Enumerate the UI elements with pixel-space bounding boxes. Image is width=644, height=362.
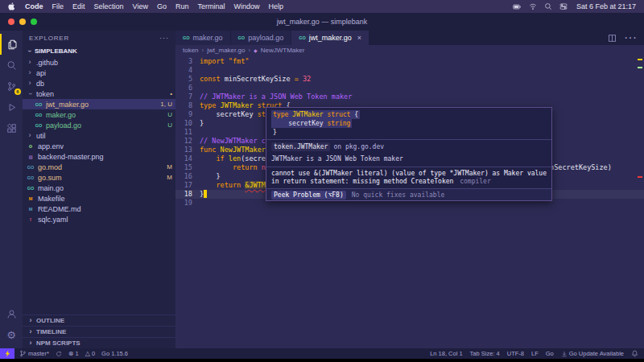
tree-item-sqlc-yaml[interactable]: !sqlc.yaml — [23, 214, 175, 224]
tree-item-main-go[interactable]: GOmain.go — [23, 183, 175, 193]
activity-account-icon[interactable] — [0, 303, 23, 324]
status-label: UTF-8 — [507, 350, 524, 357]
apple-menu-icon[interactable] — [8, 2, 16, 10]
hover-symbol-chip: token.JWTMaker — [271, 142, 330, 151]
git-badge: • — [167, 90, 172, 97]
code-line[interactable]: 4 — [175, 66, 644, 75]
wifi-icon[interactable] — [529, 2, 537, 10]
line-number: 12 — [175, 137, 200, 146]
tree-item-payload-go[interactable]: GOpayload.goU — [23, 120, 175, 130]
tab-payload-go[interactable]: GOpayload.go — [231, 31, 292, 45]
activity-source-control-icon[interactable]: 6 — [0, 76, 23, 97]
status-tab-size-4[interactable]: Tab Size: 4 — [470, 350, 500, 357]
code-line[interactable]: 3import "fmt" — [175, 57, 644, 66]
code-line[interactable]: 7// JWTMaker is a JSON Web Token maker — [175, 93, 644, 101]
status-download[interactable]: Go Update Available — [561, 350, 624, 357]
symbol-method-icon: ◆ — [254, 47, 258, 53]
split-editor-icon[interactable] — [608, 34, 617, 43]
status-go[interactable]: Go — [546, 350, 554, 357]
code-editor[interactable]: 3import "fmt"45const minSecretKeySize = … — [175, 56, 644, 348]
breadcrumb-item-token[interactable]: token — [183, 47, 199, 54]
line-number: 4 — [175, 66, 200, 75]
menu-item-help[interactable]: Help — [268, 2, 283, 10]
tree-item-jwt-maker-go[interactable]: GOjwt_maker.go1, U — [23, 99, 175, 109]
more-actions-icon[interactable]: ··· — [624, 31, 637, 45]
code-token: = — [295, 75, 303, 83]
menu-item-file[interactable]: File — [52, 2, 64, 10]
peek-problem-button[interactable]: Peek Problem (⌥F8) — [271, 191, 346, 200]
menu-item-view[interactable]: View — [133, 2, 148, 10]
close-tab-icon[interactable]: × — [357, 34, 361, 42]
tree-item-makefile[interactable]: MMakefile — [23, 193, 175, 204]
overview-ruler[interactable] — [637, 56, 644, 348]
menu-clock[interactable]: Sat 6 Feb at 21:17 — [576, 2, 636, 10]
status-go-1-15-6[interactable]: Go 1.15.6 — [101, 350, 128, 357]
status-bell[interactable] — [631, 350, 638, 357]
menu-item-selection[interactable]: Selection — [94, 2, 124, 10]
error-icon: ⊗ — [68, 351, 74, 357]
activity-search-icon[interactable] — [0, 55, 23, 76]
tree-item-util[interactable]: ›util — [23, 130, 175, 141]
tree-item-token[interactable]: ›token• — [23, 88, 175, 99]
activity-extensions-icon[interactable] — [0, 117, 23, 138]
status-lf[interactable]: LF — [531, 350, 539, 357]
line-number: 8 — [175, 101, 200, 110]
tree-item-github[interactable]: ›.github — [23, 57, 175, 68]
tree-item-app-env[interactable]: ⚙app.env — [23, 141, 175, 151]
breadcrumb-item-jwt-maker-go[interactable]: jwt_maker.go — [207, 47, 245, 54]
battery-icon[interactable] — [513, 2, 522, 11]
status-ln-18-col-1[interactable]: Ln 18, Col 1 — [430, 350, 462, 357]
tree-item-db[interactable]: ›db — [23, 78, 175, 88]
close-window-button[interactable] — [8, 19, 14, 25]
minimize-window-button[interactable] — [19, 19, 26, 25]
file-label: token — [36, 90, 54, 98]
status-error[interactable]: ⊗1 — [68, 350, 79, 357]
project-section-header[interactable]: › SIMPLEBANK — [23, 45, 175, 57]
status-warning[interactable]: △0 — [85, 350, 95, 357]
code-line[interactable]: 6 — [175, 84, 644, 93]
remote-indicator[interactable] — [0, 348, 14, 359]
tab-jwt-maker-go[interactable]: GOjwt_maker.go× — [291, 31, 369, 45]
editor-group: GOmaker.goGOpayload.goGOjwt_maker.go×···… — [175, 31, 644, 348]
hover-code-line: type JWTMaker struct { — [271, 110, 360, 119]
code-token: JWTMaker — [221, 101, 254, 109]
gomod-file-icon: GO — [27, 175, 35, 180]
tab-maker-go[interactable]: GOmaker.go — [175, 31, 231, 45]
file-label: api — [36, 69, 46, 77]
status-sync[interactable] — [56, 351, 62, 357]
control-center-icon[interactable] — [559, 2, 568, 10]
breadcrumb-item-newjwtmaker[interactable]: NewJWTMaker — [261, 47, 305, 54]
status-branch[interactable]: master* — [19, 350, 49, 357]
menu-item-go[interactable]: Go — [157, 2, 167, 10]
app-menu[interactable]: Code — [25, 2, 43, 10]
section-outline[interactable]: ›OUTLINE — [23, 315, 175, 326]
more-actions-icon[interactable]: ··· — [159, 34, 169, 42]
tree-item-api[interactable]: ›api — [23, 68, 175, 78]
activity-explorer-icon[interactable] — [0, 34, 23, 55]
file-label: main.go — [38, 184, 64, 192]
menu-item-window[interactable]: Window — [233, 2, 259, 10]
menu-item-terminal[interactable]: Terminal — [197, 2, 225, 10]
code-token: JWTMaker — [292, 111, 324, 118]
tree-item-readme-md[interactable]: MREADME.md — [23, 204, 175, 214]
tree-item-backend-master-png[interactable]: ▨backend-master.png — [23, 151, 175, 162]
section-timeline[interactable]: ›TIMELINE — [23, 326, 175, 337]
section-npm-scripts[interactable]: ›NPM SCRIPTS — [23, 337, 175, 348]
tree-item-go-mod[interactable]: GOgo.modM — [23, 162, 175, 172]
spotlight-icon[interactable] — [544, 2, 552, 10]
env-file-icon: ⚙ — [27, 144, 35, 149]
activity-run-debug-icon[interactable] — [0, 97, 23, 117]
status-utf-8[interactable]: UTF-8 — [507, 350, 524, 357]
tab-bar: GOmaker.goGOpayload.goGOjwt_maker.go×··· — [175, 31, 644, 45]
code-line[interactable]: 5const minSecretKeySize = 32 — [175, 75, 644, 84]
tree-item-maker-go[interactable]: GOmaker.goU — [23, 109, 175, 120]
status-label: Go Update Available — [569, 350, 624, 357]
pkg-go-dev-link[interactable]: on pkg.go.dev — [333, 142, 384, 151]
menu-item-run[interactable]: Run — [175, 2, 189, 10]
menu-item-edit[interactable]: Edit — [72, 2, 85, 10]
code-token: 32 — [303, 75, 311, 83]
zoom-window-button[interactable] — [31, 19, 37, 25]
activity-settings-icon[interactable]: ⚙ — [0, 324, 23, 345]
code-token: type — [273, 111, 292, 118]
tree-item-go-sum[interactable]: GOgo.sumM — [23, 172, 175, 183]
